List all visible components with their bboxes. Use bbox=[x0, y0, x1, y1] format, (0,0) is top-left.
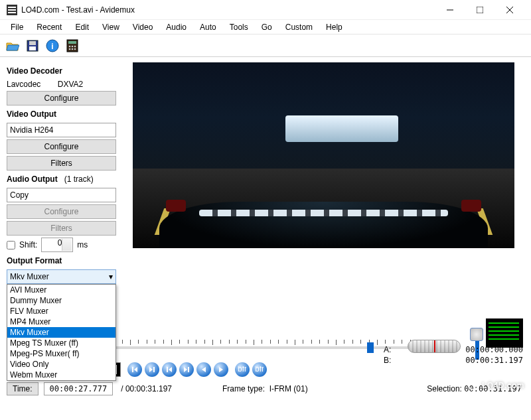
output-format-option[interactable]: MP4 Muxer bbox=[7, 316, 115, 327]
frame-type-value: I-FRM (01) bbox=[269, 384, 308, 393]
menu-edit[interactable]: Edit bbox=[68, 21, 96, 34]
video-decoder-title: Video Decoder bbox=[7, 66, 126, 76]
app-icon bbox=[7, 5, 17, 15]
watermark: LO4D.com bbox=[467, 378, 524, 391]
shift-spinner[interactable]: 0 bbox=[41, 238, 73, 252]
menu-audio[interactable]: Audio bbox=[159, 21, 193, 34]
save-button[interactable] bbox=[24, 37, 41, 54]
prev-keyframe-button[interactable] bbox=[162, 362, 177, 377]
timeline-playhead[interactable] bbox=[367, 342, 374, 353]
toolbar: i bbox=[0, 35, 531, 57]
svg-marker-32 bbox=[169, 367, 172, 372]
video-output-filters-button[interactable]: Filters bbox=[7, 156, 116, 171]
preview-pane bbox=[133, 57, 531, 334]
calculator-button[interactable] bbox=[64, 37, 81, 54]
duration-label: / 00:00:31.197 bbox=[118, 384, 175, 393]
menu-recent[interactable]: Recent bbox=[30, 21, 68, 34]
output-format-option[interactable]: Mpeg-PS Muxer( ff) bbox=[7, 348, 115, 359]
output-format-option[interactable]: AVI Muxer bbox=[7, 285, 115, 295]
mark-b-label: B: bbox=[384, 356, 391, 365]
output-format-select[interactable]: Mkv Muxer ▾ AVI Muxer Dummy Muxer FLV Mu… bbox=[7, 269, 126, 284]
svg-rect-30 bbox=[153, 367, 155, 372]
left-pane: Video Decoder Lavcodec DXVA2 Configure V… bbox=[0, 57, 133, 334]
prev-frame-button[interactable] bbox=[196, 362, 211, 377]
info-icon: i bbox=[46, 39, 59, 52]
video-output-configure-button[interactable]: Configure bbox=[7, 139, 116, 154]
decoder-configure-button[interactable]: Configure bbox=[7, 91, 116, 105]
next-frame-button[interactable] bbox=[214, 362, 228, 377]
next-keyframe-button[interactable] bbox=[179, 362, 194, 377]
audio-output-filters-button[interactable]: Filters bbox=[7, 221, 116, 236]
video-output-title: Video Output bbox=[7, 109, 126, 119]
audio-output-title: Audio Output (1 track) bbox=[7, 175, 126, 184]
shift-checkbox[interactable] bbox=[7, 241, 15, 249]
output-format-dropdown[interactable]: AVI Muxer Dummy Muxer FLV Muxer MP4 Muxe… bbox=[7, 284, 116, 381]
goto-start-button[interactable] bbox=[127, 362, 142, 377]
svg-marker-36 bbox=[219, 367, 223, 372]
speed-reset-button[interactable] bbox=[470, 328, 483, 341]
time-label-box: Time: bbox=[7, 382, 38, 395]
menu-go[interactable]: Go bbox=[255, 21, 279, 34]
mark-a-value: 00:00:00.000 bbox=[465, 345, 523, 354]
video-preview[interactable] bbox=[133, 62, 514, 248]
menu-video[interactable]: Video bbox=[126, 21, 159, 34]
menu-custom[interactable]: Custom bbox=[279, 21, 319, 34]
svg-marker-28 bbox=[134, 367, 137, 372]
svg-point-18 bbox=[69, 48, 71, 50]
info-button[interactable]: i bbox=[44, 37, 61, 54]
next-black-frame-button[interactable]: bfr bbox=[252, 362, 267, 377]
output-format-option[interactable]: Dummy Muxer bbox=[7, 295, 115, 306]
window-controls bbox=[435, 1, 524, 19]
open-button[interactable] bbox=[4, 37, 21, 54]
output-format-option[interactable]: Mpeg TS Muxer (ff) bbox=[7, 338, 115, 348]
shift-unit: ms bbox=[77, 240, 88, 249]
chevron-down-icon: ▾ bbox=[109, 272, 113, 281]
menubar: File Recent Edit View Video Audio Auto T… bbox=[0, 20, 531, 35]
output-format-option[interactable]: Webm Muxer bbox=[7, 370, 115, 380]
svg-rect-3 bbox=[8, 12, 16, 13]
svg-rect-10 bbox=[29, 46, 36, 50]
svg-point-16 bbox=[72, 45, 74, 47]
svg-marker-35 bbox=[202, 367, 206, 372]
svg-marker-29 bbox=[149, 367, 153, 372]
menu-help[interactable]: Help bbox=[319, 21, 349, 34]
svg-text:bfr: bfr bbox=[238, 366, 246, 373]
audio-output-configure-button[interactable]: Configure bbox=[7, 204, 116, 219]
svg-marker-33 bbox=[184, 367, 187, 372]
svg-rect-27 bbox=[132, 367, 133, 372]
main-row: Video Decoder Lavcodec DXVA2 Configure V… bbox=[0, 57, 531, 334]
svg-point-20 bbox=[74, 48, 76, 50]
output-format-option[interactable]: Mkv Muxer bbox=[7, 327, 115, 338]
output-format-option[interactable]: Video Only bbox=[7, 359, 115, 370]
svg-point-19 bbox=[72, 48, 74, 50]
svg-rect-31 bbox=[167, 367, 168, 372]
svg-rect-14 bbox=[68, 41, 76, 44]
menu-tools[interactable]: Tools bbox=[223, 21, 255, 34]
menu-auto[interactable]: Auto bbox=[193, 21, 223, 34]
decoder-name: Lavcodec bbox=[7, 80, 40, 89]
menu-file[interactable]: File bbox=[4, 21, 30, 34]
shift-label: Shift: bbox=[19, 240, 37, 249]
decoder-accel: DXVA2 bbox=[58, 80, 83, 89]
close-button[interactable] bbox=[494, 1, 524, 19]
goto-end-button[interactable] bbox=[145, 362, 159, 377]
mark-a-label: A: bbox=[384, 345, 391, 354]
window-title: LO4D.com - Test.avi - Avidemux bbox=[21, 5, 435, 15]
output-format-option[interactable]: FLV Muxer bbox=[7, 306, 115, 316]
audio-output-select[interactable] bbox=[7, 188, 116, 202]
svg-point-17 bbox=[74, 45, 76, 47]
output-format-title: Output Format bbox=[7, 256, 126, 265]
svg-rect-2 bbox=[8, 9, 16, 11]
svg-text:bfr: bfr bbox=[256, 366, 264, 373]
menu-view[interactable]: View bbox=[96, 21, 126, 34]
minimize-button[interactable] bbox=[435, 1, 465, 19]
video-output-select[interactable] bbox=[7, 123, 116, 137]
prev-black-frame-button[interactable]: bfr bbox=[235, 362, 250, 377]
calculator-icon bbox=[66, 39, 78, 52]
mark-b-value: 00:00:31.197 bbox=[465, 356, 523, 365]
audio-track-count: (1 track) bbox=[64, 175, 94, 184]
output-format-selected: Mkv Muxer bbox=[10, 272, 49, 281]
time-value-box[interactable]: 00:00:27.777 bbox=[44, 382, 114, 395]
svg-rect-1 bbox=[8, 7, 16, 8]
maximize-button[interactable] bbox=[465, 1, 494, 19]
